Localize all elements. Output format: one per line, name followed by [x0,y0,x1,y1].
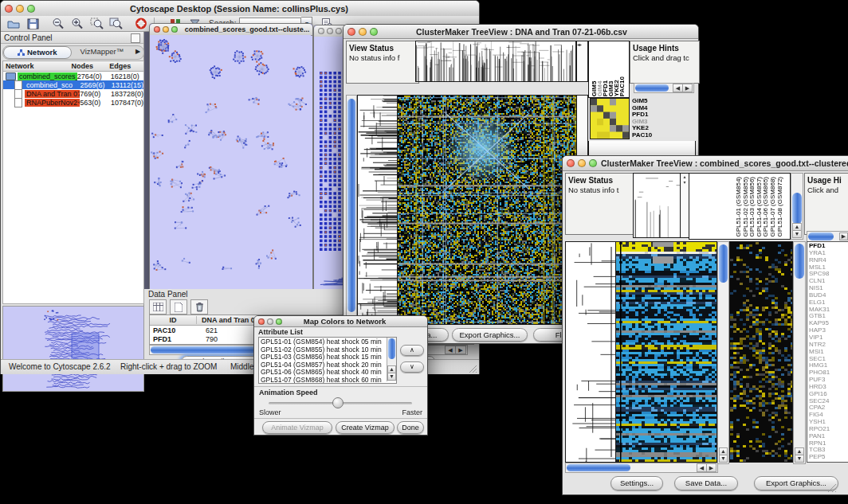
done-button[interactable]: Done [397,421,424,434]
window-controls[interactable] [563,159,601,167]
tv2-column-label[interactable]: GPL51-07 (GSM868) [769,177,776,237]
scroll-right-arrow[interactable]: ▶ [455,346,466,354]
tv2-column-label[interactable]: GPL51-03 (GSM856) [748,177,756,237]
save-data-button[interactable]: Save Data... [674,476,738,490]
window-controls[interactable] [314,28,346,34]
tv1-row-dendrogram[interactable] [357,95,398,325]
move-down-button[interactable]: ∨ [400,361,424,373]
tv1-column-label[interactable]: PAC10 [618,76,624,96]
scrollbar-thumb[interactable] [635,84,669,92]
minimize-button[interactable] [359,28,367,36]
gene-label[interactable]: MON2 [809,461,848,463]
scroll-down-arrow[interactable]: ▼ [792,230,802,238]
scroll-right-arrow[interactable]: ▶ [682,84,693,92]
tv2-gene-hscrollbar[interactable]: ▶ [807,231,848,242]
tv1-column-dendrogram[interactable] [415,41,576,82]
tv2-summary-heatmap[interactable] [729,241,793,463]
scroll-down-arrow[interactable]: ▼ [719,455,728,463]
scroll-left-arrow[interactable]: ◀ [445,346,456,354]
tv2-label-vscrollbar[interactable]: ▲ ▼ [791,173,803,240]
delete-attribute-icon[interactable] [190,299,208,315]
zoom-fit-icon[interactable] [106,15,125,32]
tv1-heatmap[interactable] [397,95,577,325]
network-list-row[interactable]: combined_sco2569(6)13112(15) [3,80,143,89]
tv2-hscrollbar[interactable]: ◀ ▶ [565,463,718,473]
minimize-button[interactable] [16,5,24,13]
window-controls[interactable] [1,5,39,13]
resize-grip[interactable] [827,483,837,493]
create-vizmap-button[interactable]: Create Vizmap [336,421,395,434]
scrollbar-thumb[interactable] [567,464,630,471]
open-session-button[interactable] [4,15,23,32]
tv1-summary-heatmap[interactable] [590,98,630,139]
attribute-list-item[interactable]: GPL51-07 (GSM868) heat shock 60 min [261,377,395,384]
zoom-button[interactable] [336,28,342,34]
help-ring-icon[interactable] [132,15,151,32]
close-button[interactable] [347,28,355,36]
zoom-button[interactable] [27,5,35,13]
tv2-gene-list[interactable]: PFD1YRA1RNR4MSL1SPC98CLN1NIS1BUD4ELG1MAK… [807,242,848,463]
resize-grip[interactable] [469,365,477,373]
save-session-button[interactable] [23,15,42,32]
network-list-row[interactable]: DNA and Tran 07769(0)183728(0) [3,89,143,98]
treeview2-titlebar[interactable]: ClusterMaker TreeView : combined_scores_… [563,156,848,171]
treeview1-titlebar[interactable]: ClusterMaker TreeView : DNA and Tran 07-… [344,25,698,39]
tv2-column-label[interactable]: GPL51-01 (GSM854) [735,177,742,237]
new-attribute-icon[interactable] [170,299,187,315]
scrollbar-thumb[interactable] [795,244,804,279]
attribute-listbox[interactable]: GPL51-01 (GSM854) heat shock 05 minGPL51… [258,337,397,384]
tv1-row-label[interactable]: PAC10 [632,132,694,139]
scrollbar-thumb[interactable] [808,232,834,240]
tv1-hscrollbar[interactable]: ◀ ▶ [634,83,694,93]
settings-button[interactable]: Settings... [610,476,663,490]
tv1-column-label[interactable]: PFD1 [602,76,607,96]
network-list-row[interactable]: RNAPuberNov2+563(0)107847(0) [3,98,143,107]
network-list-row[interactable]: combined_scores_2764(0)16218(0) [3,72,143,80]
window-controls[interactable] [344,28,382,36]
zoom-in-icon[interactable] [68,15,87,32]
tv1-column-label[interactable]: GIM3 [607,76,613,96]
tab-overflow-arrow[interactable]: ▶ [132,46,143,59]
close-button[interactable] [258,318,265,325]
move-up-button[interactable]: ∧ [400,345,424,356]
tv2-column-label[interactable]: GPL51-08 (GSM872) [776,177,783,237]
zoom-selected-icon[interactable] [87,15,106,32]
export-graphics-button[interactable]: Export Graphics... [452,328,528,342]
network-canvas[interactable] [150,35,311,288]
scrollbar-thumb[interactable] [719,244,728,283]
dialog-titlebar[interactable]: Map Colors to Network [254,316,427,327]
zoom-button[interactable] [589,159,597,167]
tv2-row-dendrogram[interactable] [565,241,616,463]
scroll-right-arrow[interactable]: ▶ [706,463,716,472]
minimize-button[interactable] [578,159,586,167]
tv2-summary-vscrollbar[interactable]: ▲ ▼ [793,241,806,464]
close-button[interactable] [318,28,324,34]
main-titlebar[interactable]: Cytoscape Desktop (Session Name: collins… [1,1,479,17]
network-table-header[interactable]: Network Nodes Edges [3,61,143,72]
tv2-column-dendrogram[interactable] [633,173,681,238]
birdseye-view[interactable] [2,306,144,392]
scrollbar-thumb[interactable] [388,338,395,359]
scrollbar-thumb[interactable] [792,193,802,225]
list-vscrollbar[interactable]: ▲ ▼ [387,338,396,381]
float-panel-icon[interactable] [131,33,140,43]
tv1-vscrollbar[interactable] [346,95,357,326]
tv2-column-label[interactable]: GPL51-06 (GSM865) [762,177,769,237]
speed-slider-thumb[interactable] [332,397,344,408]
window-controls[interactable] [150,26,182,33]
scroll-right-arrow[interactable]: ▶ [839,232,848,240]
zoom-button[interactable] [370,28,378,36]
birdseye-canvas[interactable] [3,307,142,389]
minimize-button[interactable] [267,318,273,325]
scroll-down-arrow[interactable]: ▼ [387,373,396,381]
animate-vizmap-button[interactable]: Animate Vizmap [262,421,332,434]
export-graphics-button[interactable]: Export Graphics... [754,476,838,490]
tv2-heatmap-vscrollbar[interactable]: ▲ ▼ [717,241,729,464]
tv1-column-label[interactable]: YKE2 [613,76,618,96]
close-button[interactable] [567,159,575,167]
network-view-titlebar[interactable]: combined_scores_good.txt--cluste... [150,24,312,36]
tv2-column-label[interactable]: GPL51-02 (GSM855) [742,177,749,237]
zoom-out-icon[interactable] [49,15,68,32]
close-button[interactable] [5,5,13,13]
tv1-mini-arrows[interactable]: ◂▸ [576,41,588,82]
